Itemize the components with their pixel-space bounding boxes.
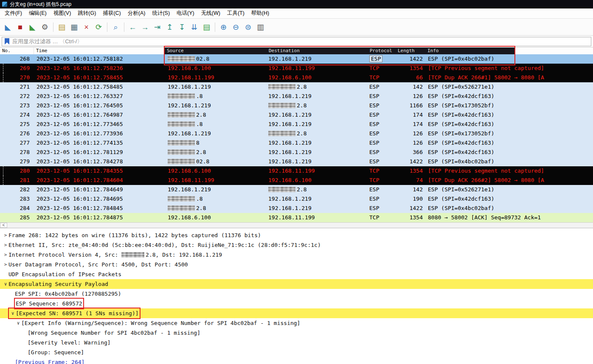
packet-row-270[interactable]: 2702023-12-05 16:01:12.758455192.168.11.…: [0, 73, 593, 82]
find-packet-icon[interactable]: ⌕: [110, 21, 121, 33]
reload-icon[interactable]: ⟳: [93, 21, 104, 33]
packet-row-278[interactable]: 2782023-12-05 16:01:12.7811292.8192.168.…: [0, 148, 593, 157]
packet-row-279[interactable]: 2792023-12-05 16:01:12.78427802.8192.168…: [0, 157, 593, 166]
collapse-icon[interactable]: ∨: [15, 318, 21, 328]
packet-row-281[interactable]: 2812023-12-05 16:01:12.784604192.168.11.…: [0, 176, 593, 185]
auto-scroll-icon[interactable]: ⇊: [188, 21, 200, 33]
scrollbar-track[interactable]: [7, 223, 593, 228]
menu-item[interactable]: 统计(S): [149, 8, 173, 18]
detail-line[interactable]: ESP Sequence: 689572: [0, 299, 593, 308]
restart-capture-icon[interactable]: ◣: [27, 21, 38, 33]
stop-capture-icon[interactable]: ■: [14, 21, 26, 33]
packet-number: 275: [0, 120, 34, 129]
redacted-ip: [268, 103, 295, 108]
detail-line[interactable]: >Internet Protocol Version 4, Src: 2.8, …: [0, 250, 593, 260]
packet-row-272[interactable]: 2722023-12-05 16:01:12.763327.8192.168.1…: [0, 92, 593, 101]
packet-info: ESP (SPI=0x526271e1): [425, 185, 593, 194]
detail-line[interactable]: [Severity level: Warning]: [0, 338, 593, 347]
detail-line[interactable]: >User Datagram Protocol, Src Port: 4500,…: [0, 260, 593, 269]
packet-time: 2023-12-05 16:01:12.758485: [34, 82, 165, 92]
last-packet-icon[interactable]: ↧: [176, 21, 188, 33]
detail-line[interactable]: ESP SPI: 0x4bc02baf (1270885295): [0, 289, 593, 299]
colorize-icon[interactable]: ▤: [201, 21, 212, 33]
scroll-left-button[interactable]: <: [0, 223, 7, 228]
column-header-destination[interactable]: Destination: [267, 48, 368, 54]
menu-item[interactable]: 捕获(C): [99, 8, 124, 18]
packet-length: 190: [396, 194, 425, 204]
zoom-out-icon[interactable]: ⊖: [230, 21, 242, 33]
packet-row-276[interactable]: 2762023-12-05 16:01:12.773936192.168.1.2…: [0, 129, 593, 138]
menu-item[interactable]: 工具(T): [224, 8, 248, 18]
packet-length: 1422: [396, 54, 425, 64]
redacted-ip: [268, 131, 295, 136]
packet-row-283[interactable]: 2832023-12-05 16:01:12.784695.8192.168.1…: [0, 194, 593, 204]
packet-number: 284: [0, 204, 34, 213]
packet-row-271[interactable]: 2712023-12-05 16:01:12.758485192.168.1.2…: [0, 82, 593, 92]
horizontal-scrollbar[interactable]: <: [0, 222, 593, 228]
detail-line[interactable]: [Wrong Sequence Number for SPI 4bc02baf …: [0, 328, 593, 338]
column-header-source[interactable]: Source: [165, 48, 267, 54]
display-filter-input[interactable]: 应用显示过滤器 … 〈Ctrl-/〉: [2, 37, 591, 46]
packet-row-268[interactable]: 2682023-12-05 16:01:12.75818202.8192.168…: [0, 54, 593, 64]
save-file-icon[interactable]: ▦: [68, 21, 80, 33]
packet-source: 192.168.1.219: [165, 82, 267, 92]
packet-row-282[interactable]: 2822023-12-05 16:01:12.784649192.168.1.2…: [0, 185, 593, 194]
packet-row-274[interactable]: 2742023-12-05 16:01:12.7649872.8192.168.…: [0, 110, 593, 120]
detail-line[interactable]: UDP Encapsulation of IPsec Packets: [0, 269, 593, 279]
menu-item[interactable]: 帮助(H): [248, 8, 273, 18]
open-file-icon[interactable]: ▤: [56, 21, 67, 33]
expand-icon[interactable]: >: [3, 230, 8, 240]
packet-row-285[interactable]: 2852023-12-05 16:01:12.784875192.168.6.1…: [0, 213, 593, 222]
column-header-time[interactable]: Time: [34, 48, 165, 54]
packet-row-284[interactable]: 2842023-12-05 16:01:12.7848452.8192.168.…: [0, 204, 593, 213]
packet-row-269[interactable]: 2692023-12-05 16:01:12.758236192.168.6.1…: [0, 64, 593, 73]
detail-line[interactable]: [Previous Frame: 264]: [0, 357, 593, 364]
detail-line[interactable]: ∨[Expert Info (Warning/Sequence): Wrong …: [0, 318, 593, 328]
packet-source: 192.168.6.100: [165, 213, 267, 222]
detail-line[interactable]: ∨Encapsulating Security Payload: [0, 279, 593, 289]
packet-source: 192.168.1.219: [165, 185, 267, 194]
close-file-icon[interactable]: ×: [81, 21, 92, 33]
next-packet-icon[interactable]: →: [139, 21, 151, 33]
detail-line[interactable]: ∨[Expected SN: 689571 (1 SNs missing)]: [0, 308, 593, 318]
column-header-protocol[interactable]: Protocol: [368, 48, 396, 54]
filter-bookmark-icon[interactable]: [5, 38, 9, 45]
detail-line[interactable]: >Ethernet II, Src: zte_04:40:0d (5c:bb:e…: [0, 240, 593, 250]
expand-icon[interactable]: >: [3, 240, 8, 250]
detail-line[interactable]: [Group: Sequence]: [0, 347, 593, 357]
column-header-info[interactable]: Info: [425, 48, 593, 54]
menu-item[interactable]: 分析(A): [124, 8, 149, 18]
first-packet-icon[interactable]: ↥: [164, 21, 175, 33]
menu-item[interactable]: 电话(Y): [173, 8, 198, 18]
menu-item[interactable]: 编辑(E): [25, 8, 50, 18]
expand-icon[interactable]: >: [3, 250, 8, 260]
menu-item[interactable]: 文件(F): [1, 8, 25, 18]
packet-row-280[interactable]: 2802023-12-05 16:01:12.784355192.168.6.1…: [0, 166, 593, 176]
zoom-reset-icon[interactable]: ⊜: [242, 21, 254, 33]
capture-options-icon[interactable]: ⚙: [39, 21, 51, 33]
detail-line[interactable]: >Frame 268: 1422 bytes on wire (11376 bi…: [0, 230, 593, 240]
collapse-icon[interactable]: ∨: [10, 308, 16, 318]
menu-item[interactable]: 无线(W): [198, 8, 224, 18]
collapse-icon[interactable]: ∨: [3, 279, 8, 289]
column-header-no[interactable]: No.: [0, 48, 34, 54]
start-capture-icon[interactable]: ◣: [2, 21, 14, 33]
column-header-length[interactable]: Length: [396, 48, 425, 54]
packet-number: 285: [0, 213, 34, 222]
resize-columns-icon[interactable]: ▥: [255, 21, 266, 33]
packet-length: 1354: [396, 213, 425, 222]
expand-icon[interactable]: >: [3, 260, 8, 269]
packet-destination: 192.168.1.219: [267, 92, 368, 101]
menu-item[interactable]: 视图(V): [50, 8, 75, 18]
packet-row-275[interactable]: 2752023-12-05 16:01:12.773465.8192.168.1…: [0, 120, 593, 129]
packet-length: 1422: [396, 157, 425, 166]
packet-time: 2023-12-05 16:01:12.773936: [34, 129, 165, 138]
menu-item[interactable]: 跳转(G): [74, 8, 99, 18]
detail-text: UDP Encapsulation of IPsec Packets: [8, 269, 121, 279]
previous-packet-icon[interactable]: ←: [127, 21, 138, 33]
packet-row-277[interactable]: 2772023-12-05 16:01:12.7741358192.168.1.…: [0, 138, 593, 148]
packet-info: ESP (SPI=0x173052bf): [425, 129, 593, 138]
packet-row-273[interactable]: 2732023-12-05 16:01:12.764505192.168.1.2…: [0, 101, 593, 110]
goto-packet-icon[interactable]: ⇥: [152, 21, 163, 33]
zoom-in-icon[interactable]: ⊕: [218, 21, 229, 33]
